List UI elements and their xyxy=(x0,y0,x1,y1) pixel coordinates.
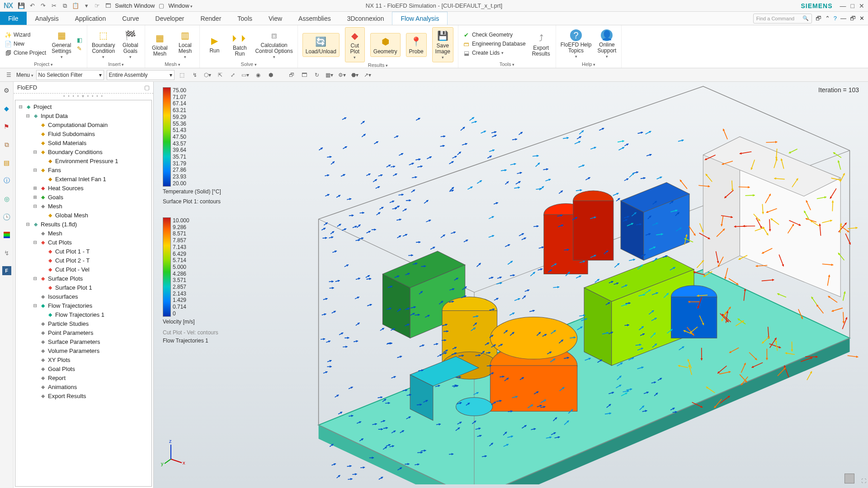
tab-tools[interactable]: Tools xyxy=(229,12,260,25)
tab-flow-analysis[interactable]: Flow Analysis xyxy=(392,12,448,25)
doc-restore-icon[interactable]: 🗗 xyxy=(850,15,856,22)
dock-sim-icon[interactable]: ↯ xyxy=(2,248,12,258)
calc-options-button[interactable]: ⧈Calculation Control Options xyxy=(255,29,292,60)
tool-icon-2[interactable]: ↯ xyxy=(190,70,200,80)
tool-icon-11[interactable]: ↻ xyxy=(312,70,322,80)
ribbon-group-insert-label[interactable]: Insert xyxy=(92,61,140,67)
boundary-condition-button[interactable]: ⬚Boundary Condition xyxy=(92,29,115,60)
batch-run-button[interactable]: ⏵⏵Batch Run xyxy=(230,32,250,57)
more-icon[interactable]: ▾ xyxy=(82,2,90,10)
tree-item[interactable]: ⊟◆Fans xyxy=(18,165,151,174)
tree-item[interactable]: ⊟◆Surface Plots xyxy=(18,274,151,283)
project-tree[interactable]: ⊟◆Project⊟◆Input Data◆Computational Doma… xyxy=(15,100,152,487)
dock-clock-icon[interactable]: 🕒 xyxy=(2,212,12,222)
save-icon[interactable]: 💾 xyxy=(17,2,25,10)
tool-icon-6[interactable]: ▭▾ xyxy=(241,70,250,80)
undo-icon[interactable]: ↶ xyxy=(28,2,36,10)
eng-database-button[interactable]: 🗃Engineering Database xyxy=(463,41,526,48)
ribbon-group-tools-label[interactable]: Tools xyxy=(463,61,551,67)
tree-item[interactable]: ⊞◆Heat Sources xyxy=(18,183,151,192)
dock-constraint-icon[interactable]: ⚑ xyxy=(2,122,12,131)
tab-curve[interactable]: Curve xyxy=(114,12,147,25)
ribbon-group-help-label[interactable]: Help xyxy=(561,61,617,67)
edit-icon[interactable]: ✎ xyxy=(77,45,82,52)
window-menu[interactable]: Window xyxy=(168,2,193,9)
tool-icon-13[interactable]: ⚙▾ xyxy=(337,70,347,80)
viewport-corner-icon[interactable]: ⛶ xyxy=(861,478,866,483)
panel-undock-icon[interactable]: ▢ xyxy=(144,84,150,91)
find-command-input[interactable]: Find a Command 🔍 xyxy=(753,14,812,23)
close-button[interactable]: ✕ xyxy=(859,2,864,9)
tree-item[interactable]: ◆XY Plots xyxy=(18,355,151,364)
tree-item[interactable]: ⊟◆Boundary Conditions xyxy=(18,147,151,156)
tree-item[interactable]: ◆Isosurfaces xyxy=(18,292,151,301)
tree-item[interactable]: ◆Fluid Subdomains xyxy=(18,129,151,138)
ribbon-group-mesh-label[interactable]: Mesh xyxy=(150,61,195,67)
tree-item[interactable]: ◆Flow Trajectories 1 xyxy=(18,310,151,319)
tool-icon-4[interactable]: ⇱ xyxy=(215,70,225,80)
global-goals-button[interactable]: 🏁Global Goals xyxy=(120,29,140,60)
redo-icon[interactable]: ↷ xyxy=(39,2,47,10)
tree-item[interactable]: ◆Environment Pressure 1 xyxy=(18,156,151,165)
tool-icon-15[interactable]: ↗▾ xyxy=(363,70,373,80)
clone-project-button[interactable]: 🗐Clone Project xyxy=(5,50,46,57)
dock-render-icon[interactable]: ◎ xyxy=(2,194,12,204)
tool-icon-3[interactable]: ⬡▾ xyxy=(203,70,212,80)
tab-file[interactable]: File xyxy=(0,12,27,25)
doc-minimize-icon[interactable]: — xyxy=(840,15,846,22)
ribbon-group-project-label[interactable]: Project xyxy=(5,61,82,67)
maximize-button[interactable]: □ xyxy=(851,2,854,9)
tree-item[interactable]: ⊟◆Mesh xyxy=(18,202,151,211)
check-geometry-button[interactable]: ✔Check Geometry xyxy=(463,32,513,39)
component-icon[interactable]: ◧ xyxy=(77,37,82,43)
save-image-button[interactable]: 💾Save Image xyxy=(432,27,453,62)
create-lids-button[interactable]: ⬓Create Lids xyxy=(463,50,504,57)
tree-item[interactable]: ◆Cut Plot - Vel xyxy=(18,265,151,274)
tree-item[interactable]: ◆Mesh xyxy=(18,229,151,238)
tree-item[interactable]: ◆Particle Studies xyxy=(18,319,151,328)
tool-icon-5[interactable]: ⤢ xyxy=(228,70,238,80)
touch-icon[interactable]: ☞ xyxy=(93,2,101,10)
tree-item[interactable]: ◆Goal Plots xyxy=(18,364,151,373)
copy-icon[interactable]: ⧉ xyxy=(61,2,69,10)
tree-item[interactable]: ⊟◆Input Data xyxy=(18,111,151,120)
export-results-button[interactable]: ⤴Export Results xyxy=(531,32,551,57)
dock-settings-icon[interactable]: ⚙ xyxy=(2,85,12,95)
tree-item[interactable]: ◆Cut Plot 1 - T xyxy=(18,247,151,256)
ribbon-group-results-label[interactable]: Results xyxy=(302,62,453,68)
dock-palette-icon[interactable] xyxy=(2,230,12,240)
online-support-button[interactable]: 👤Online Support xyxy=(597,29,617,59)
tool-icon-9[interactable]: 🗗 xyxy=(287,70,297,80)
paste-icon[interactable]: 📋 xyxy=(71,2,80,10)
tree-item[interactable]: ◆Volume Parameters xyxy=(18,346,151,355)
menu-icon[interactable]: ☰ xyxy=(4,70,14,80)
viewport-3d[interactable]: 75.0071.0767.1463.2159.2955.3651.4347.50… xyxy=(154,82,868,488)
tool-icon-14[interactable]: ⬣▾ xyxy=(350,70,360,80)
dock-history-icon[interactable]: ⧉ xyxy=(2,140,12,150)
tab-assemblies[interactable]: Assemblies xyxy=(290,12,339,25)
wizard-button[interactable]: ✨Wizard xyxy=(5,32,30,39)
minimize-button[interactable]: — xyxy=(840,2,846,9)
tree-item[interactable]: ⊟◆Flow Trajectories xyxy=(18,301,151,310)
run-button[interactable]: ▶Run xyxy=(204,34,224,54)
tab-analysis[interactable]: Analysis xyxy=(27,12,67,25)
tree-item[interactable]: ◆Surface Parameters xyxy=(18,337,151,346)
tab-render[interactable]: Render xyxy=(192,12,229,25)
tab-3dconnexion[interactable]: 3Dconnexion xyxy=(339,12,392,25)
tree-item[interactable]: ◆Export Results xyxy=(18,391,151,400)
dock-layers-icon[interactable]: ▤ xyxy=(2,158,12,168)
collapse-ribbon-icon[interactable]: ⌃ xyxy=(825,15,830,22)
cut-icon[interactable]: ✂ xyxy=(50,2,58,10)
tree-item[interactable]: ◆Computational Domain xyxy=(18,120,151,129)
tab-developer[interactable]: Developer xyxy=(147,12,193,25)
tree-item[interactable]: ◆Surface Plot 1 xyxy=(18,283,151,292)
general-settings-button[interactable]: ▦General Settings xyxy=(52,29,71,60)
tab-view[interactable]: View xyxy=(260,12,290,25)
local-mesh-button[interactable]: ▥Local Mesh xyxy=(175,29,195,60)
tree-item[interactable]: ◆External Inlet Fan 1 xyxy=(18,174,151,183)
selection-filter-dropdown[interactable]: No Selection Filter▾ xyxy=(36,70,104,80)
new-button[interactable]: 📄New xyxy=(5,41,24,48)
restore-icon[interactable]: 🗗 xyxy=(816,15,821,22)
help-topics-button[interactable]: ?FloEFD Help Topics xyxy=(561,29,592,59)
tree-item[interactable]: ⊟◆Cut Plots xyxy=(18,238,151,247)
